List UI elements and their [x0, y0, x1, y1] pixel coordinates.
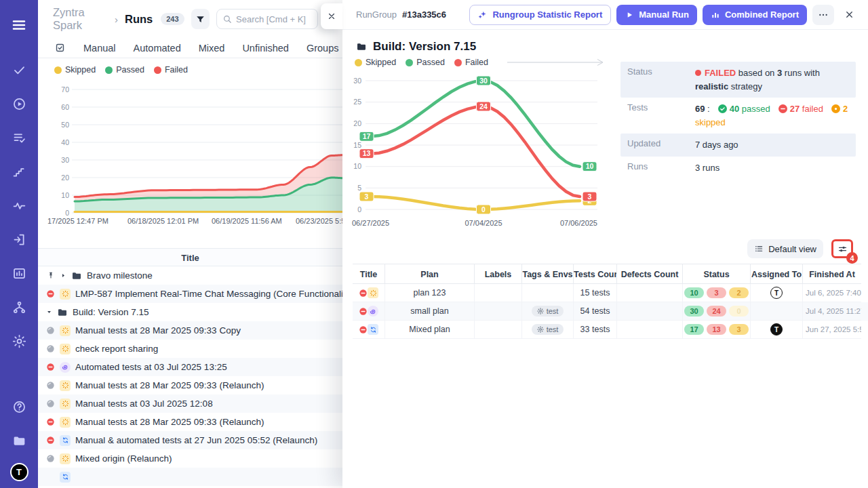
failed-pill: 3 — [707, 287, 726, 298]
folder-icon — [356, 41, 367, 52]
select-all-icon[interactable] — [54, 42, 66, 54]
run-row[interactable]: Manual & automated tests at 27 Jun 2025 … — [38, 431, 342, 449]
folder-icon — [57, 307, 68, 318]
close-drawer-button[interactable] — [840, 5, 859, 24]
svg-text:50: 50 — [61, 121, 69, 129]
svg-text:0: 0 — [65, 209, 69, 217]
play-circle-icon[interactable] — [0, 87, 38, 121]
run-row[interactable] — [38, 468, 342, 486]
run-row[interactable]: check report sharing — [38, 340, 342, 358]
legend-item-skipped: Skipped — [54, 65, 96, 75]
steps-icon[interactable] — [0, 155, 38, 188]
cell-tags: test — [522, 321, 574, 339]
legend-item-skipped: Skipped — [355, 58, 396, 67]
check-icon[interactable] — [0, 53, 38, 87]
bar-chart-icon[interactable] — [0, 256, 38, 290]
activity-icon[interactable] — [0, 188, 38, 222]
failed-status-icon — [359, 325, 368, 334]
failed-dot-icon — [695, 70, 701, 76]
cell-assigned-to: T — [751, 284, 803, 302]
chevron-down-icon — [46, 309, 52, 315]
run-title: Manual tests at 28 Mar 2025 09:33 (Relau… — [75, 417, 264, 427]
user-avatar[interactable]: T — [10, 463, 28, 481]
gear-icon[interactable] — [0, 324, 38, 358]
manual-run-type-icon — [60, 380, 71, 391]
neutral-status-icon — [46, 454, 55, 463]
spark-icon — [62, 345, 69, 352]
run-row[interactable]: Manual tests at 28 Mar 2025 09:33 (Relau… — [38, 413, 342, 431]
svg-text:10: 10 — [61, 191, 69, 199]
branch-icon[interactable] — [0, 290, 38, 324]
tabs-items: ManualAutomatedMixedUnfinishedGroups — [83, 43, 338, 54]
passed-pill: 10 — [684, 287, 704, 298]
filter-button[interactable] — [191, 9, 210, 29]
assignee-avatar: T — [770, 323, 783, 336]
bars-icon — [711, 10, 720, 20]
folder-row[interactable]: Bravo milestone — [38, 266, 342, 285]
app-window: T Zyntra Spark › Runs 243 ManualAutomate… — [0, 0, 868, 488]
folder-row[interactable]: Build: Version 7.15 — [38, 303, 342, 321]
trend-arrow-icon — [507, 58, 609, 67]
minus-circle-icon — [46, 436, 55, 445]
chevron-right-icon[interactable] — [60, 272, 66, 279]
svg-text:70: 70 — [61, 85, 69, 94]
table-row[interactable]: Mixed plantest33 tests17133TJun 27, 2025… — [353, 321, 868, 339]
failed-status-icon — [46, 418, 55, 426]
folder-nav-icon[interactable] — [0, 424, 38, 458]
help-icon[interactable] — [0, 390, 38, 424]
svg-text:06/18/2025 12:01 PM: 06/18/2025 12:01 PM — [127, 217, 199, 225]
more-actions-button[interactable] — [812, 5, 834, 25]
svg-text:17: 17 — [363, 132, 371, 140]
table-settings-button[interactable]: 4 — [831, 239, 853, 258]
gear-icon — [537, 308, 544, 314]
default-view-button[interactable]: Default view — [747, 239, 823, 258]
drawer-close-tab-button[interactable] — [321, 3, 342, 29]
enter-icon[interactable] — [0, 222, 38, 256]
run-row[interactable]: Manual tests at 28 Mar 2025 09:33 Copy — [38, 321, 342, 340]
detail-row-status: Status FAILED based on 3 runs with reali… — [620, 62, 856, 98]
search-box[interactable] — [216, 9, 318, 29]
run-row[interactable]: Automated tests at 03 Jul 2025 13:25 — [38, 358, 342, 376]
cell-plan: small plan — [385, 302, 475, 321]
manual-run-type-icon — [368, 287, 378, 298]
spiral-icon — [370, 308, 377, 315]
manual-run-button[interactable]: Manual Run — [616, 5, 697, 25]
tab-manual[interactable]: Manual — [83, 43, 116, 54]
chevron-down-icon[interactable] — [46, 309, 52, 315]
tab-automated[interactable]: Automated — [134, 43, 181, 54]
run-title: LMP-587 Implement Real-Time Chat Messagi… — [75, 289, 342, 299]
cell-assigned-to: T — [751, 321, 803, 339]
table-row[interactable]: small plantest54 tests30240Jul 4, 2025 1… — [353, 302, 868, 321]
table-row[interactable]: plan 12315 tests1032TJul 6, 2025 7:40 — [353, 284, 868, 302]
table-header-row: TitlePlanLabelsTags & EnvsTests CountDef… — [353, 264, 868, 284]
list-header-title: Title — [38, 248, 342, 266]
combined-report-button[interactable]: Combined Report — [703, 5, 807, 25]
run-row[interactable]: Manual tests at 28 Mar 2025 09:33 (Relau… — [38, 376, 342, 394]
svg-text:5: 5 — [357, 184, 361, 192]
rungroup-statistic-report-button[interactable]: Rungroup Statistic Report — [469, 5, 611, 25]
svg-text:06/23/2025 5:52 PM: 06/23/2025 5:52 PM — [296, 217, 342, 225]
breadcrumb-project[interactable]: Zyntra Spark — [53, 6, 108, 32]
svg-text:07/06/2025: 07/06/2025 — [560, 219, 597, 227]
menu-icon[interactable] — [0, 8, 38, 42]
run-row[interactable]: Mixed origin (Relaunch) — [38, 449, 342, 468]
svg-text:3: 3 — [588, 192, 592, 201]
detail-row-runs: Runs 3 runs — [620, 157, 856, 180]
search-input[interactable] — [236, 14, 312, 24]
list-check-icon[interactable] — [0, 121, 38, 155]
tab-unfinished[interactable]: Unfinished — [242, 43, 289, 54]
runs-panel: Zyntra Spark › Runs 243 ManualAutomatedM… — [38, 0, 342, 488]
pin-icon[interactable] — [46, 271, 56, 281]
spark-icon — [370, 289, 377, 297]
search-icon — [222, 14, 232, 24]
failed-pill: 13 — [707, 324, 726, 335]
rungroup-title: Build: Version 7.15 — [342, 30, 868, 55]
tab-groups[interactable]: Groups — [307, 43, 339, 54]
run-row[interactable]: Manual tests at 03 Jul 2025 12:08 — [38, 394, 342, 413]
run-title: Manual tests at 28 Mar 2025 09:33 (Relau… — [75, 380, 264, 390]
run-row[interactable]: LMP-587 Implement Real-Time Chat Messagi… — [38, 285, 342, 303]
run-title: check report sharing — [75, 344, 158, 354]
runs-list: Title Bravo milestoneLMP-587 Implement R… — [38, 248, 342, 486]
tab-mixed[interactable]: Mixed — [199, 43, 225, 54]
legend-item-passed: Passed — [406, 58, 445, 67]
